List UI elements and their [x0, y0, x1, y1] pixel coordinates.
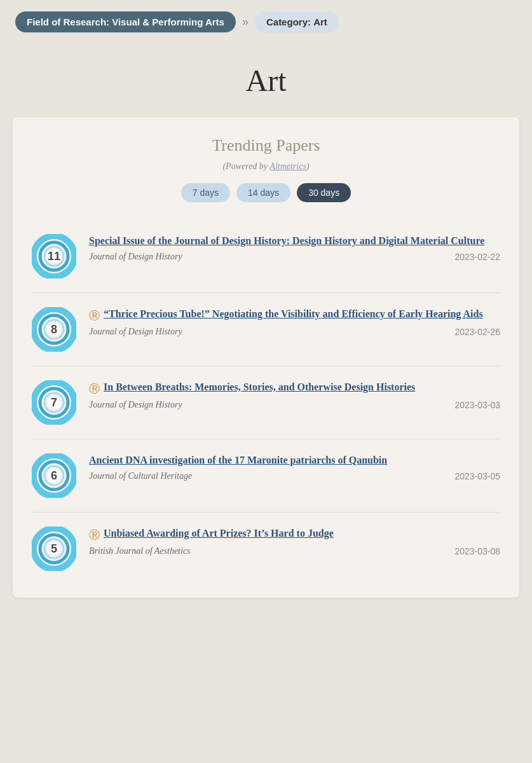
open-access-icon-3: Ⓡ	[89, 382, 100, 396]
table-row: 11 Special Issue of the Journal of Desig…	[32, 220, 500, 293]
paper-date-5: 2023-03-08	[454, 546, 500, 556]
altmetric-badge-3: 7	[32, 380, 76, 425]
paper-content-3: Ⓡ In Between Breaths: Memories, Stories,…	[89, 380, 500, 410]
altmetric-badge-1: 11	[32, 234, 76, 278]
paper-title-5[interactable]: Unbiased Awarding of Art Prizes? It’s Ha…	[104, 526, 334, 540]
table-row: 7 Ⓡ In Between Breaths: Memories, Storie…	[32, 366, 500, 439]
paper-journal-1: Journal of Design History	[89, 252, 182, 262]
altmetric-badge-2: 8	[32, 307, 76, 352]
badge-score-5: 5	[51, 542, 57, 556]
open-access-icon-5: Ⓡ	[89, 528, 100, 542]
altmetric-badge-5: 5	[32, 526, 76, 571]
paper-list: 11 Special Issue of the Journal of Desig…	[32, 220, 500, 585]
filter-14-days[interactable]: 14 days	[236, 183, 290, 202]
paper-content-1: Special Issue of the Journal of Design H…	[89, 234, 500, 262]
breadcrumb-category-value: Art	[313, 17, 327, 27]
breadcrumb-field[interactable]: Field of Research: Visual & Performing A…	[15, 11, 236, 32]
paper-journal-4: Journal of Cultural Heritage	[89, 471, 192, 481]
badge-score-2: 8	[51, 323, 57, 336]
paper-date-3: 2023-03-03	[454, 400, 500, 410]
day-filters: 7 days 14 days 30 days	[32, 183, 500, 202]
table-row: 5 Ⓡ Unbiased Awarding of Art Prizes? It’…	[32, 512, 500, 585]
breadcrumb: Field of Research: Visual & Performing A…	[0, 0, 532, 44]
badge-score-3: 7	[51, 396, 57, 409]
paper-title-3[interactable]: In Between Breaths: Memories, Stories, a…	[104, 380, 415, 394]
paper-date-1: 2023-02-22	[454, 252, 500, 262]
trending-papers-card: Trending Papers (Powered by Altmetrics) …	[13, 117, 519, 598]
altmetric-badge-4: 6	[32, 453, 76, 498]
breadcrumb-arrow: »	[242, 15, 249, 29]
paper-title-2[interactable]: “Thrice Precious Tube!” Negotiating the …	[104, 307, 483, 321]
paper-title-4[interactable]: Ancient DNA investigation of the 17 Maro…	[89, 453, 387, 467]
table-row: 6 Ancient DNA investigation of the 17 Ma…	[32, 439, 500, 512]
breadcrumb-category[interactable]: Category: Art	[255, 11, 339, 32]
paper-journal-5: British Journal of Aesthetics	[89, 546, 191, 556]
filter-30-days[interactable]: 30 days	[297, 183, 351, 202]
page-title: Art	[0, 63, 532, 98]
filter-7-days[interactable]: 7 days	[181, 183, 230, 202]
paper-journal-3: Journal of Design History	[89, 400, 182, 410]
paper-date-2: 2023-02-26	[454, 327, 500, 337]
paper-journal-2: Journal of Design History	[89, 327, 182, 337]
paper-content-2: Ⓡ “Thrice Precious Tube!” Negotiating th…	[89, 307, 500, 337]
powered-by-suffix: )	[306, 162, 310, 171]
page-title-section: Art	[0, 44, 532, 111]
paper-title-1[interactable]: Special Issue of the Journal of Design H…	[89, 234, 484, 248]
breadcrumb-category-label: Category:	[266, 17, 311, 27]
breadcrumb-field-value: Visual & Performing Arts	[112, 17, 224, 27]
powered-by: (Powered by Altmetrics)	[32, 162, 500, 172]
paper-date-4: 2023-03-05	[454, 471, 500, 481]
open-access-icon-2: Ⓡ	[89, 308, 100, 323]
trending-title: Trending Papers	[32, 136, 500, 155]
table-row: 8 Ⓡ “Thrice Precious Tube!” Negotiating …	[32, 293, 500, 366]
badge-score-4: 6	[51, 469, 57, 483]
paper-content-5: Ⓡ Unbiased Awarding of Art Prizes? It’s …	[89, 526, 500, 556]
powered-by-prefix: (Powered by	[222, 162, 269, 171]
paper-content-4: Ancient DNA investigation of the 17 Maro…	[89, 453, 500, 481]
altmetrics-link[interactable]: Altmetrics	[269, 162, 306, 171]
badge-score-1: 11	[48, 250, 60, 263]
breadcrumb-field-label: Field of Research:	[27, 17, 109, 27]
